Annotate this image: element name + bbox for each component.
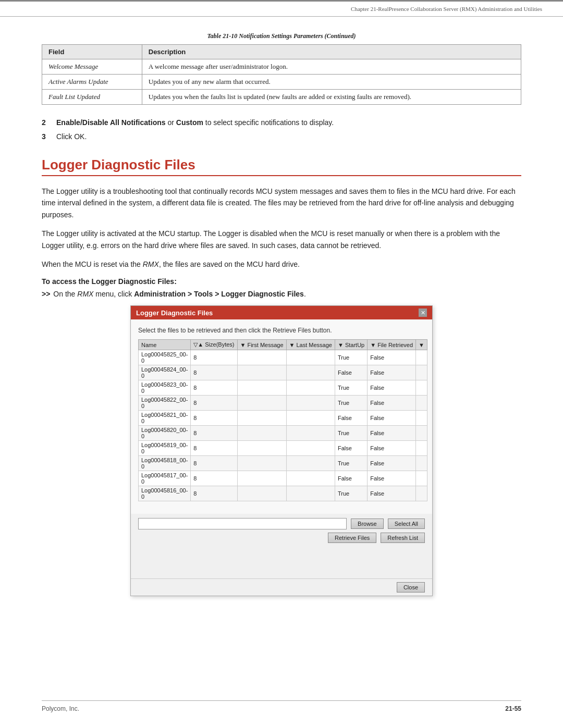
log-size: 8	[191, 380, 237, 396]
step-2-num: 2	[42, 118, 56, 127]
dialog-instruction: Select the files to be retrieved and the…	[138, 327, 425, 334]
access-step-text: On the RMX menu, click Administration > …	[53, 290, 305, 298]
close-button[interactable]: Close	[397, 582, 425, 593]
section-heading: Logger Diagnostic Files	[42, 157, 521, 176]
footer-company: Polycom, Inc.	[42, 705, 79, 712]
notif-desc-cell: Updates you of any new alarm that occurr…	[142, 75, 521, 90]
log-retrieved: False	[368, 426, 416, 441]
dialog-bottom-controls: Browse Select All Retrieve Files Refresh…	[131, 514, 432, 547]
log-retrieved: False	[368, 471, 416, 486]
log-startup: False	[335, 365, 367, 380]
log-files-table: Name▽▲ Size(Bytes)▼ First Message▼ Last …	[138, 339, 427, 501]
dialog-close-icon[interactable]: ✕	[419, 309, 427, 317]
notif-table-row: Active Alarms Update Updates you of any …	[42, 75, 521, 90]
log-startup: True	[335, 396, 367, 411]
dialog-title: Logger Diagnostic Files	[136, 309, 213, 317]
notif-field-cell: Active Alarms Update	[42, 75, 142, 90]
notif-table-row: Fault List Updated Updates you when the …	[42, 90, 521, 105]
steps-container: 2 Enable/Disable All Notifications or Cu…	[42, 117, 521, 142]
log-col-2: ▼ First Message	[237, 340, 286, 350]
log-name: Log00045822_00-0	[139, 396, 191, 411]
notif-desc-cell: Updates you when the faults list is upda…	[142, 90, 521, 105]
refresh-list-button[interactable]: Refresh List	[381, 533, 425, 543]
log-first	[237, 411, 286, 426]
step-3-text: Click OK.	[56, 131, 87, 142]
log-first	[237, 380, 286, 396]
log-extra	[416, 380, 427, 396]
step-2: 2 Enable/Disable All Notifications or Cu…	[42, 117, 521, 128]
log-startup: False	[335, 441, 367, 456]
retrieve-files-button[interactable]: Retrieve Files	[328, 533, 376, 543]
log-name: Log00045821_00-0	[139, 411, 191, 426]
body-para-3: When the MCU is reset via the RMX, the f…	[42, 258, 521, 270]
log-table-row: Log00045818_00-0 8 True False	[139, 456, 427, 471]
log-last	[286, 486, 335, 501]
log-first	[237, 471, 286, 486]
log-retrieved: False	[368, 456, 416, 471]
step-3: 3 Click OK.	[42, 131, 521, 142]
col-field: Field	[42, 45, 142, 59]
log-startup: False	[335, 411, 367, 426]
log-col-1: ▽▲ Size(Bytes)	[191, 340, 237, 350]
dialog-content: Select the files to be retrieved and the…	[131, 319, 432, 514]
log-first	[237, 350, 286, 365]
log-col-3: ▼ Last Message	[286, 340, 335, 350]
log-name: Log00045825_00-0	[139, 350, 191, 365]
body-para-1: The Logger utility is a troubleshooting …	[42, 186, 521, 220]
log-startup: True	[335, 426, 367, 441]
page-footer: Polycom, Inc. 21-55	[42, 700, 521, 712]
log-retrieved: False	[368, 441, 416, 456]
log-last	[286, 471, 335, 486]
log-last	[286, 426, 335, 441]
log-table-row: Log00045825_00-0 8 True False	[139, 350, 427, 365]
log-startup: True	[335, 456, 367, 471]
chapter-header: Chapter 21-RealPresence Collaboration Se…	[0, 0, 563, 17]
log-col-0: Name	[139, 340, 191, 350]
log-size: 8	[191, 486, 237, 501]
log-name: Log00045818_00-0	[139, 456, 191, 471]
log-last	[286, 396, 335, 411]
log-table-row: Log00045823_00-0 8 True False	[139, 380, 427, 396]
file-path-input[interactable]	[138, 518, 347, 529]
chevron-icon: >>	[42, 290, 50, 298]
log-name: Log00045820_00-0	[139, 426, 191, 441]
notif-field-cell: Welcome Message	[42, 59, 142, 75]
log-last	[286, 380, 335, 396]
log-extra	[416, 411, 427, 426]
notif-field-cell: Fault List Updated	[42, 90, 142, 105]
logger-diagnostic-dialog: Logger Diagnostic Files ✕ Select the fil…	[130, 305, 433, 596]
access-heading: To access the Logger Diagnostic Files:	[42, 277, 521, 286]
log-last	[286, 456, 335, 471]
log-last	[286, 365, 335, 380]
log-name: Log00045817_00-0	[139, 471, 191, 486]
log-name: Log00045819_00-0	[139, 441, 191, 456]
log-first	[237, 441, 286, 456]
log-size: 8	[191, 365, 237, 380]
log-size: 8	[191, 411, 237, 426]
log-size: 8	[191, 471, 237, 486]
log-table-row: Log00045821_00-0 8 False False	[139, 411, 427, 426]
footer-page-number: 21-55	[505, 705, 521, 712]
log-size: 8	[191, 396, 237, 411]
col-description: Description	[142, 45, 521, 59]
log-retrieved: False	[368, 411, 416, 426]
log-extra	[416, 456, 427, 471]
log-extra	[416, 471, 427, 486]
log-retrieved: False	[368, 365, 416, 380]
notif-table-row: Welcome Message A welcome message after …	[42, 59, 521, 75]
log-retrieved: False	[368, 350, 416, 365]
log-last	[286, 350, 335, 365]
log-name: Log00045824_00-0	[139, 365, 191, 380]
log-table-row: Log00045819_00-0 8 False False	[139, 441, 427, 456]
notif-desc-cell: A welcome message after user/administrat…	[142, 59, 521, 75]
log-first	[237, 365, 286, 380]
log-first	[237, 486, 286, 501]
browse-button[interactable]: Browse	[351, 519, 384, 529]
log-extra	[416, 350, 427, 365]
select-all-button[interactable]: Select All	[388, 519, 425, 529]
content-area: Table 21-10 Notification Settings Parame…	[0, 17, 563, 627]
log-last	[286, 411, 335, 426]
log-size: 8	[191, 426, 237, 441]
notification-settings-table: Field Description Welcome Message A welc…	[42, 44, 521, 105]
log-col-6: ▼	[416, 340, 427, 350]
